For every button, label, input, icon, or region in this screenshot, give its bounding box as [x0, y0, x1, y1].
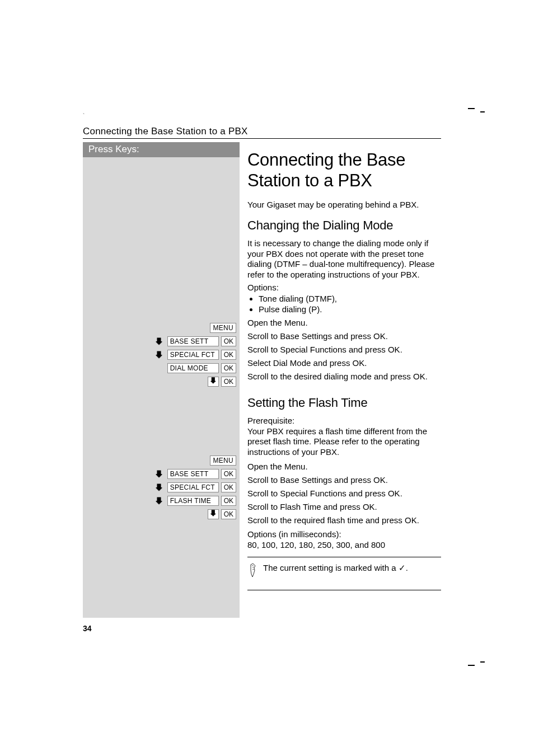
running-head: Connecting the Base Station to a PBX: [83, 126, 441, 139]
section1-paragraph: It is necessary to change the dialing mo…: [247, 238, 441, 280]
key-menu: MENU: [210, 456, 236, 466]
step-text: Select Dial Mode and press OK.: [247, 356, 441, 370]
crop-mark-bottom-right: [468, 658, 485, 668]
down-arrow-icon: 🡇: [208, 509, 219, 519]
step-text: Scroll to Base Settings and press OK.: [247, 330, 441, 343]
section-heading-dialing-mode: Changing the Dialing Mode: [247, 218, 441, 233]
options-label: Options:: [247, 283, 441, 292]
press-keys-column: Press Keys: MENU 🡇 BASE SETT OK 🡇 SPECIA…: [83, 142, 240, 618]
crop-mark-top-right: [468, 106, 485, 116]
step-text: Scroll to Special Functions and press OK…: [247, 343, 441, 356]
step-text: Open the Menu.: [247, 316, 441, 330]
key-ok: OK: [221, 363, 236, 373]
intro-paragraph: Your Gigaset may be operating behind a P…: [247, 200, 441, 210]
key-dial-mode: DIAL MODE: [167, 363, 219, 373]
list-item: Pulse dialing (P).: [259, 304, 441, 315]
down-arrow-icon: 🡇: [154, 483, 165, 492]
step-text: Scroll to Flash Time and press OK.: [247, 500, 441, 514]
down-arrow-icon: 🡇: [154, 470, 165, 478]
step-text: Scroll to Special Functions and press OK…: [247, 487, 441, 500]
key-ok: OK: [221, 509, 236, 519]
backtick-mark: `: [83, 113, 85, 119]
key-ok: OK: [221, 350, 236, 360]
page-title: Connecting the Base Station to a PBX: [247, 150, 441, 191]
down-arrow-icon: 🡇: [208, 377, 219, 387]
down-arrow-icon: 🡇: [154, 497, 165, 505]
key-base-sett: BASE SETT: [167, 469, 219, 479]
down-arrow-icon: 🡇: [154, 337, 165, 346]
key-menu: MENU: [210, 323, 236, 333]
flash-options-values: 80, 100, 120, 180, 250, 300, and 800: [247, 540, 385, 550]
down-arrow-icon: 🡇: [154, 351, 165, 359]
page-number: 34: [83, 624, 92, 633]
key-ok: OK: [221, 496, 236, 506]
note-hand-icon: [247, 562, 263, 581]
prerequisite-label: Prerequisite:: [247, 416, 294, 425]
step-text: Scroll to the required flash time and pr…: [247, 514, 441, 527]
press-keys-header: Press Keys:: [83, 142, 240, 157]
key-ok: OK: [221, 336, 236, 346]
step-text: Open the Menu.: [247, 460, 441, 473]
key-ok: OK: [221, 377, 236, 387]
key-flash-time: FLASH TIME: [167, 496, 219, 506]
step-text: Scroll to Base Settings and press OK.: [247, 473, 441, 487]
flash-options-label: Options (in milliseconds):: [247, 529, 341, 539]
section-heading-flash-time: Setting the Flash Time: [247, 396, 441, 410]
dialing-options-list: Tone dialing (DTMF), Pulse dialing (P).: [247, 293, 441, 315]
key-special-fct: SPECIAL FCT: [167, 350, 219, 360]
key-ok: OK: [221, 469, 236, 479]
prerequisite-text: Your PBX requires a flash time different…: [247, 426, 427, 457]
list-item: Tone dialing (DTMF),: [259, 293, 441, 304]
note-text: The current setting is marked with a ✓.: [263, 562, 408, 573]
key-special-fct: SPECIAL FCT: [167, 482, 219, 492]
step-text: Scroll to the desired dialing mode and p…: [247, 370, 441, 383]
note-box: The current setting is marked with a ✓.: [247, 557, 441, 590]
key-base-sett: BASE SETT: [167, 336, 219, 346]
key-ok: OK: [221, 482, 236, 492]
